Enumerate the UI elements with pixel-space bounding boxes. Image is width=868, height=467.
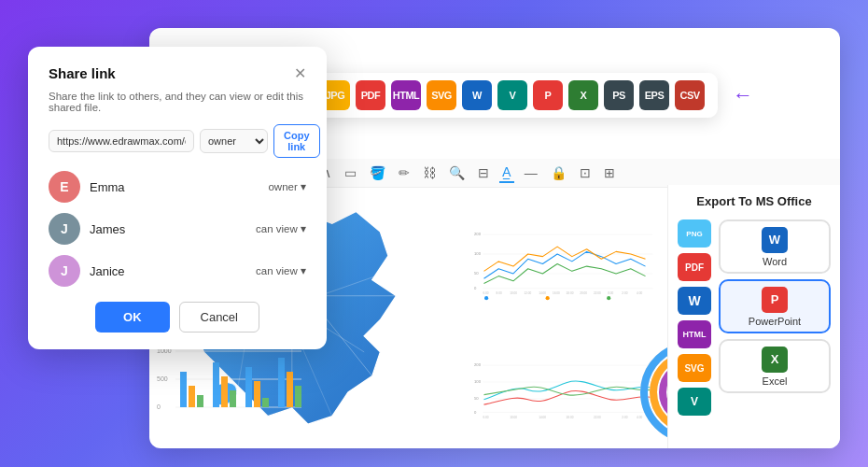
format-pdf[interactable]: PDF: [356, 80, 385, 110]
export-icon-png[interactable]: PNG: [678, 219, 711, 248]
toolbar-frame-icon[interactable]: ⊡: [577, 163, 594, 182]
format-visio[interactable]: V: [497, 80, 527, 110]
toolbar-lock-icon[interactable]: 🔒: [548, 163, 569, 182]
svg-text:10:00: 10:00: [510, 291, 517, 295]
ppt-icon: P: [762, 287, 788, 313]
svg-text:6:00: 6:00: [483, 416, 488, 419]
toolbar-zoom-icon[interactable]: 🔍: [446, 163, 468, 182]
export-icon-vsdx[interactable]: V: [678, 388, 711, 416]
toolbar-grid-icon[interactable]: ⊞: [601, 163, 618, 182]
svg-rect-56: [230, 390, 236, 407]
format-html[interactable]: HTML: [391, 80, 421, 110]
svg-text:4:00: 4:00: [637, 291, 642, 295]
export-icon-pdf[interactable]: PDF: [678, 253, 711, 281]
svg-rect-57: [245, 367, 252, 407]
user-perm-james[interactable]: can view ▾: [256, 222, 306, 235]
arrow-indicator: ←: [733, 83, 753, 107]
svg-point-27: [484, 296, 488, 300]
format-svg[interactable]: SVG: [427, 80, 456, 110]
avatar-emma: E: [49, 171, 80, 203]
chart-svg-bottom: 200 100 50 0 6:00 10:00 14:00 18:00 22:0…: [474, 344, 655, 441]
svg-text:14:00: 14:00: [539, 291, 546, 295]
export-panel: Export To MS Office PNG PDF W HTML SVG V…: [667, 185, 840, 448]
svg-point-29: [607, 296, 610, 300]
format-ppt[interactable]: P: [533, 80, 563, 110]
dialog-header: Share link ✕: [49, 65, 306, 81]
user-perm-janice[interactable]: can view ▾: [256, 264, 306, 277]
dialog-title: Share link: [49, 65, 116, 81]
svg-text:0: 0: [474, 286, 477, 290]
user-row-james: J James can view ▾: [49, 213, 306, 245]
svg-rect-59: [262, 398, 269, 407]
svg-text:18:00: 18:00: [567, 291, 574, 295]
format-csv[interactable]: CSV: [675, 80, 705, 110]
svg-text:50: 50: [474, 396, 479, 401]
svg-text:22:00: 22:00: [594, 291, 601, 295]
toolbar-minus-icon[interactable]: —: [522, 163, 540, 182]
format-word[interactable]: W: [462, 80, 492, 110]
avatar-janice: J: [49, 255, 80, 287]
user-perm-emma[interactable]: owner ▾: [268, 180, 306, 193]
user-row-janice: J Janice can view ▾: [49, 255, 306, 287]
user-row-emma: E Emma owner ▾: [49, 171, 306, 203]
svg-text:14:00: 14:00: [539, 416, 546, 419]
svg-text:12:00: 12:00: [524, 291, 531, 295]
dialog-footer: OK Cancel: [49, 302, 306, 333]
close-button[interactable]: ✕: [294, 66, 306, 81]
toolbar-fill-icon[interactable]: 🪣: [367, 163, 388, 182]
svg-rect-54: [213, 362, 219, 407]
export-icon-html[interactable]: HTML: [678, 320, 711, 348]
svg-text:100: 100: [474, 379, 482, 384]
svg-text:20:00: 20:00: [580, 291, 587, 295]
toolbar-link-icon[interactable]: ⛓: [420, 163, 439, 182]
toolbar-crop-icon[interactable]: ⊟: [475, 163, 492, 182]
toolbar-rect-icon[interactable]: ▭: [342, 163, 359, 182]
format-ps[interactable]: PS: [604, 80, 634, 110]
svg-rect-52: [189, 386, 195, 407]
toolbar-pen-icon[interactable]: ✏: [396, 163, 413, 182]
export-excel-button[interactable]: X Excel: [719, 339, 831, 393]
svg-text:18:00: 18:00: [567, 416, 574, 419]
dialog-description: Share the link to others, and they can v…: [49, 91, 306, 113]
link-row: owner can view can edit Copy link: [49, 124, 306, 158]
svg-rect-58: [254, 381, 260, 407]
word-icon: W: [762, 227, 788, 253]
svg-rect-55: [221, 376, 228, 407]
svg-text:16:00: 16:00: [553, 291, 560, 295]
cancel-button[interactable]: Cancel: [179, 302, 259, 333]
chart-svg-top: 200 100 50 0 6:00 8:00 10:00 12:00 14:00…: [474, 199, 655, 329]
svg-text:200: 200: [474, 362, 482, 367]
svg-text:6:00: 6:00: [483, 291, 488, 295]
export-word-button[interactable]: W Word: [719, 219, 831, 274]
svg-rect-53: [197, 395, 203, 407]
export-icon-svg[interactable]: SVG: [678, 354, 711, 382]
export-panel-title: Export To MS Office: [678, 194, 831, 208]
svg-point-28: [546, 296, 550, 300]
svg-text:2:00: 2:00: [622, 416, 627, 419]
format-xlsx[interactable]: X: [568, 80, 598, 110]
excel-label: Excel: [763, 375, 788, 387]
chart-top: 200 100 50 0 6:00 8:00 10:00 12:00 14:00…: [467, 191, 663, 336]
svg-text:200: 200: [474, 232, 482, 236]
export-powerpoint-button[interactable]: P PowerPoint: [719, 279, 831, 333]
chart-left-bottom: 1000 500 0: [149, 336, 317, 448]
format-eps[interactable]: EPS: [639, 80, 669, 110]
chart-bottom: 200 100 50 0 6:00 10:00 14:00 18:00 22:0…: [467, 336, 663, 448]
svg-text:2:00: 2:00: [622, 291, 627, 295]
svg-text:22:00: 22:00: [594, 416, 601, 419]
word-label: Word: [763, 256, 787, 267]
svg-text:10:00: 10:00: [510, 416, 517, 419]
toolbar-highlight-icon[interactable]: A̲: [499, 163, 514, 183]
svg-rect-61: [287, 372, 293, 407]
svg-text:0:00: 0:00: [608, 291, 613, 295]
permission-select[interactable]: owner can view can edit: [200, 129, 268, 153]
bar-chart-svg: 1000 500 0: [157, 344, 306, 446]
export-icon-word-sm[interactable]: W: [678, 287, 711, 315]
excel-icon: X: [762, 347, 788, 373]
ppt-label: PowerPoint: [749, 316, 801, 327]
copy-link-button[interactable]: Copy link: [273, 124, 320, 158]
svg-text:100: 100: [474, 251, 482, 256]
ok-button[interactable]: OK: [95, 302, 170, 333]
svg-text:50: 50: [474, 271, 479, 276]
link-input[interactable]: [49, 130, 194, 152]
